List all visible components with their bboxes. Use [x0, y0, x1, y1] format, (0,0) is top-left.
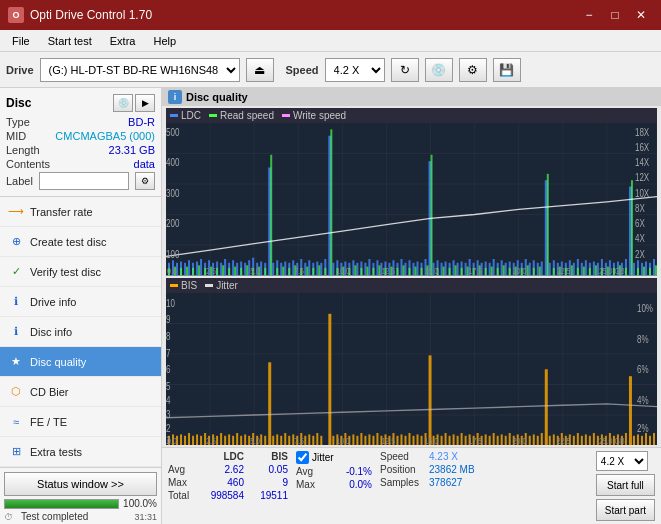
sidebar-item-transfer-rate[interactable]: ⟶ Transfer rate — [0, 197, 161, 227]
menu-extra[interactable]: Extra — [102, 33, 144, 49]
svg-rect-165 — [324, 268, 326, 276]
svg-text:4X: 4X — [635, 234, 645, 245]
action-col: 4.2 X Start full Start part — [596, 451, 655, 521]
disc-icon-btn-1[interactable]: 💿 — [113, 94, 133, 112]
svg-rect-334 — [465, 435, 467, 445]
speed-select-toolbar[interactable]: 4.2 X — [325, 58, 385, 82]
svg-rect-173 — [372, 268, 374, 276]
sidebar-item-cd-bier[interactable]: ⬡ CD Bier — [0, 377, 161, 407]
svg-rect-345 — [509, 433, 511, 445]
sidebar-item-label-extra-tests: Extra tests — [30, 446, 82, 458]
svg-rect-118 — [573, 263, 575, 276]
svg-rect-339 — [485, 434, 487, 445]
disc-icon-btn-2[interactable]: ▶ — [135, 94, 155, 112]
svg-rect-156 — [270, 155, 272, 276]
svg-rect-209 — [589, 268, 591, 276]
drive-select[interactable]: (G:) HL-DT-ST BD-RE WH16NS48 1.D3 — [40, 58, 240, 82]
disc-label-input[interactable] — [39, 172, 129, 190]
close-button[interactable]: ✕ — [629, 4, 653, 26]
maximize-button[interactable]: □ — [603, 4, 627, 26]
svg-text:5: 5 — [166, 379, 170, 392]
legend-jitter: Jitter — [205, 280, 238, 291]
speed-select-action[interactable]: 4.2 X — [596, 451, 648, 471]
svg-rect-46 — [284, 262, 286, 276]
menu-help[interactable]: Help — [145, 33, 184, 49]
sidebar-item-label-create-test: Create test disc — [30, 236, 106, 248]
eject-button[interactable]: ⏏ — [246, 58, 274, 82]
sidebar-item-extra-tests[interactable]: ⊞ Extra tests — [0, 437, 161, 467]
status-window-button[interactable]: Status window >> — [4, 472, 157, 496]
total-ldc-val: 998584 — [204, 490, 244, 501]
svg-rect-356 — [553, 434, 555, 445]
svg-rect-275 — [224, 435, 226, 445]
content-area: i Disc quality LDC Read speed — [162, 88, 661, 524]
svg-rect-311 — [372, 435, 374, 445]
sidebar-item-disc-info[interactable]: ℹ Disc info — [0, 317, 161, 347]
disc-title: Disc — [6, 96, 31, 110]
svg-rect-40 — [260, 262, 262, 276]
svg-rect-150 — [234, 267, 236, 276]
svg-rect-76 — [404, 263, 406, 276]
speed-info-label: Speed — [380, 451, 425, 462]
svg-rect-142 — [186, 267, 188, 276]
svg-rect-354 — [545, 369, 548, 445]
svg-rect-306 — [352, 434, 354, 445]
toolbar: Drive (G:) HL-DT-ST BD-RE WH16NS48 1.D3 … — [0, 52, 661, 88]
sidebar-item-fe-te[interactable]: ≈ FE / TE — [0, 407, 161, 437]
disc-label-btn[interactable]: ⚙ — [135, 172, 155, 190]
svg-rect-51 — [304, 263, 306, 276]
verify-test-disc-icon: ✓ — [8, 264, 24, 280]
extra-tests-icon: ⊞ — [8, 444, 24, 460]
svg-rect-376 — [633, 435, 635, 445]
svg-rect-141 — [180, 268, 182, 276]
disc-type-row: Type BD-R — [6, 116, 155, 128]
svg-rect-323 — [421, 435, 423, 445]
svg-rect-180 — [415, 267, 417, 276]
svg-rect-331 — [453, 434, 455, 445]
svg-rect-355 — [549, 435, 551, 445]
menu-file[interactable]: File — [4, 33, 38, 49]
disc-contents-row: Contents data — [6, 158, 155, 170]
svg-rect-63 — [352, 260, 354, 275]
svg-rect-362 — [577, 433, 579, 445]
svg-rect-185 — [443, 267, 445, 276]
legend-ldc: LDC — [170, 110, 201, 121]
start-part-button[interactable]: Start part — [596, 499, 655, 521]
svg-text:5.0: 5.0 — [250, 266, 260, 275]
svg-rect-109 — [537, 263, 539, 276]
svg-rect-203 — [553, 268, 555, 276]
save-button[interactable]: 💾 — [493, 58, 521, 82]
sidebar-item-verify-test-disc[interactable]: ✓ Verify test disc — [0, 257, 161, 287]
sidebar-item-create-test-disc[interactable]: ⊕ Create test disc — [0, 227, 161, 257]
disc-type-label: Type — [6, 116, 30, 128]
sidebar-item-drive-info[interactable]: ℹ Drive info — [0, 287, 161, 317]
svg-rect-157 — [276, 268, 278, 276]
settings-button[interactable]: ⚙ — [459, 58, 487, 82]
start-full-button[interactable]: Start full — [596, 474, 655, 496]
samples-val: 378627 — [429, 477, 462, 488]
svg-rect-174 — [378, 265, 380, 275]
svg-rect-91 — [465, 263, 467, 276]
svg-rect-201 — [539, 267, 541, 276]
status-bar-section: Status window >> 100.0% ⏱ Test completed… — [0, 467, 161, 524]
svg-text:22.5: 22.5 — [557, 266, 571, 275]
jitter-checkbox[interactable] — [296, 451, 309, 464]
title-bar-left: O Opti Drive Control 1.70 — [8, 7, 152, 23]
svg-text:500: 500 — [166, 127, 179, 138]
drive-info-icon: ℹ — [8, 294, 24, 310]
bis-dot — [170, 284, 178, 287]
disc-contents-value: data — [134, 158, 155, 170]
menu-start-test[interactable]: Start test — [40, 33, 100, 49]
sidebar-item-disc-quality[interactable]: ★ Disc quality — [0, 347, 161, 377]
disc-button[interactable]: 💿 — [425, 58, 453, 82]
svg-rect-268 — [196, 434, 198, 445]
sidebar-item-label-disc-info: Disc info — [30, 326, 72, 338]
refresh-button[interactable]: ↻ — [391, 58, 419, 82]
svg-text:6: 6 — [166, 363, 170, 376]
avg-row: Avg 2.62 0.05 — [168, 464, 288, 475]
svg-text:10X: 10X — [635, 188, 649, 199]
minimize-button[interactable]: − — [577, 4, 601, 26]
ldc-dot — [170, 114, 178, 117]
max-ldc-val: 460 — [204, 477, 244, 488]
status-completed-text: Test completed — [17, 511, 88, 522]
